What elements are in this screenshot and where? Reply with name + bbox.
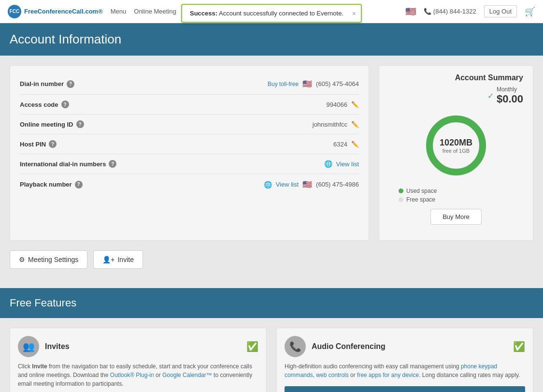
audio-conferencing-header: 📞 Audio Conferencing ✅ <box>285 336 525 357</box>
audio-conferencing-desc: High-definition audio conferencing with … <box>285 362 525 379</box>
phone-icon: 📞 <box>424 8 431 15</box>
access-code-help-icon[interactable]: ? <box>61 101 69 108</box>
online-meeting-id-text: johnsmithfcc <box>313 121 347 128</box>
buy-tollfree-link[interactable]: Buy toll-free <box>268 81 299 87</box>
legend-free-text: Free space <box>406 196 435 203</box>
access-code-value: 994066 ✏️ <box>327 101 359 108</box>
buy-more-button[interactable]: Buy More <box>430 209 482 225</box>
navbar: FCC FreeConferenceCall.com® Menu Online … <box>0 0 543 23</box>
globe-icon: 🌐 <box>324 160 332 168</box>
invites-title: Invites <box>45 342 241 351</box>
host-pin-row: Host PIN ? 6324 ✏️ <box>20 134 359 154</box>
account-summary-title: Account Summary <box>455 73 523 82</box>
audio-conferencing-card: 📞 Audio Conferencing ✅ High-definition a… <box>276 328 533 392</box>
dial-in-value: Buy toll-free 🇺🇸 (605) 475-4064 <box>268 79 359 88</box>
web-controls-link[interactable]: web controls <box>316 372 348 378</box>
dial-in-help-icon[interactable]: ? <box>67 80 74 88</box>
intl-dialin-value: 🌐 View list <box>324 160 359 168</box>
invites-check-icon: ✅ <box>246 341 258 352</box>
playback-label: Playback number ? <box>20 181 126 189</box>
globe-playback-icon: 🌐 <box>264 181 272 189</box>
online-meeting-id-value: johnsmithfcc ✏️ <box>313 121 359 128</box>
invite-icon: 👤+ <box>102 256 114 263</box>
intl-dialin-label: International dial-in numbers ? <box>20 160 126 168</box>
monthly-price: $0.00 <box>497 93 523 105</box>
features-grid: 👥 Invites ✅ Click Invite from the naviga… <box>0 318 543 392</box>
free-features-header: Free Features <box>0 288 543 318</box>
storage-donut-chart: 1020MB free of 1GB <box>420 109 492 182</box>
action-buttons: ⚙ Meeting Settings 👤+ Invite <box>10 250 533 269</box>
meeting-settings-button[interactable]: ⚙ Meeting Settings <box>10 250 87 269</box>
account-summary-panel: Account Summary ✓ Monthly $0.00 <box>379 65 533 241</box>
gear-icon: ⚙ <box>19 256 25 263</box>
legend-free: Free space <box>399 196 437 203</box>
online-meeting-id-row: Online meeting ID ? johnsmithfcc ✏️ <box>20 115 359 134</box>
host-pin-label: Host PIN ? <box>20 140 126 148</box>
audio-conferencing-icon: 📞 <box>285 336 306 357</box>
success-message: Account successfully connected to Everno… <box>219 10 343 17</box>
online-meeting-id-edit-icon[interactable]: ✏️ <box>351 121 359 128</box>
invites-header: 👥 Invites ✅ <box>18 336 258 357</box>
invite-button[interactable]: 👤+ Invite <box>93 250 143 269</box>
meeting-settings-label: Meeting Settings <box>28 256 78 263</box>
access-code-row: Access code ? 994066 ✏️ <box>20 95 359 115</box>
free-apps-link[interactable]: free apps for any device <box>357 372 419 378</box>
account-info-panel: Dial-in number ? Buy toll-free 🇺🇸 (605) … <box>10 65 369 241</box>
success-bold: Success: <box>190 10 217 17</box>
flag-us-dial: 🇺🇸 <box>302 79 312 88</box>
storage-legend: Used space Free space <box>389 188 437 203</box>
logo-icon: FCC <box>8 5 21 18</box>
legend-free-dot <box>399 197 403 202</box>
online-meeting-id-label: Online meeting ID ? <box>20 120 126 128</box>
access-code-edit-icon[interactable]: ✏️ <box>351 101 359 108</box>
dial-in-label: Dial-in number ? <box>20 80 126 88</box>
storage-total-label: free of 1GB <box>440 148 472 154</box>
logo[interactable]: FCC FreeConferenceCall.com® <box>8 5 103 18</box>
invites-desc: Click Invite from the navigation bar to … <box>18 362 258 388</box>
audio-check-icon: ✅ <box>513 341 525 352</box>
menu-label[interactable]: Menu <box>111 8 127 15</box>
navbar-menu: Menu Online Meeting <box>111 8 176 15</box>
cart-icon[interactable]: 🛒 <box>525 6 535 17</box>
playback-view-list-link[interactable]: View list <box>276 181 299 188</box>
invites-icon: 👥 <box>18 336 39 357</box>
intl-dialin-row: International dial-in numbers ? 🌐 View l… <box>20 154 359 174</box>
online-meeting-id-help-icon[interactable]: ? <box>76 120 84 128</box>
host-pin-edit-icon[interactable]: ✏️ <box>351 141 359 148</box>
online-meeting-label[interactable]: Online Meeting <box>134 8 176 15</box>
host-pin-value: 6324 ✏️ <box>333 141 359 148</box>
view-instructions-button[interactable]: View Instructions <box>285 386 525 392</box>
intl-dialin-help-icon[interactable]: ? <box>109 160 116 168</box>
host-pin-text: 6324 <box>333 141 347 148</box>
host-pin-help-icon[interactable]: ? <box>49 140 57 148</box>
flag-us-playback: 🇺🇸 <box>302 180 312 189</box>
summary-check-icon: ✓ <box>487 91 494 101</box>
close-icon[interactable]: × <box>352 10 356 17</box>
google-calendar-link[interactable]: Google Calendar™ <box>162 372 212 378</box>
legend-used-text: Used space <box>406 188 437 194</box>
logo-text: FreeConferenceCall.com® <box>24 8 103 15</box>
phone-number: (844) 844-1322 <box>433 8 476 15</box>
playback-row: Playback number ? 🌐 View list 🇺🇸 (605) 4… <box>20 174 359 195</box>
access-code-label: Access code ? <box>20 101 126 108</box>
phone-display: 📞 (844) 844-1322 <box>424 8 476 15</box>
playback-phone: (605) 475-4986 <box>316 181 359 188</box>
donut-center: 1020MB free of 1GB <box>440 138 472 154</box>
logout-button[interactable]: Log Out <box>484 5 517 17</box>
storage-used-label: 1020MB <box>440 138 472 148</box>
legend-used: Used space <box>399 188 437 194</box>
dial-in-row: Dial-in number ? Buy toll-free 🇺🇸 (605) … <box>20 73 359 95</box>
outlook-link[interactable]: Outlook® Plug-in <box>110 372 154 378</box>
page-header: Account Information <box>0 23 543 56</box>
main-content: Dial-in number ? Buy toll-free 🇺🇸 (605) … <box>0 56 543 278</box>
legend-used-dot <box>399 189 403 193</box>
audio-conferencing-title: Audio Conferencing <box>312 342 507 351</box>
account-grid: Dial-in number ? Buy toll-free 🇺🇸 (605) … <box>10 65 533 241</box>
invites-card: 👥 Invites ✅ Click Invite from the naviga… <box>10 328 267 392</box>
navbar-right: 🇺🇸 📞 (844) 844-1322 Log Out 🛒 <box>405 5 535 17</box>
page-title: Account Information <box>10 32 533 47</box>
dial-in-phone: (605) 475-4064 <box>316 80 359 87</box>
intl-view-list-link[interactable]: View list <box>336 160 359 168</box>
playback-help-icon[interactable]: ? <box>75 181 83 189</box>
success-notification: Success: Account successfully connected … <box>181 4 362 23</box>
